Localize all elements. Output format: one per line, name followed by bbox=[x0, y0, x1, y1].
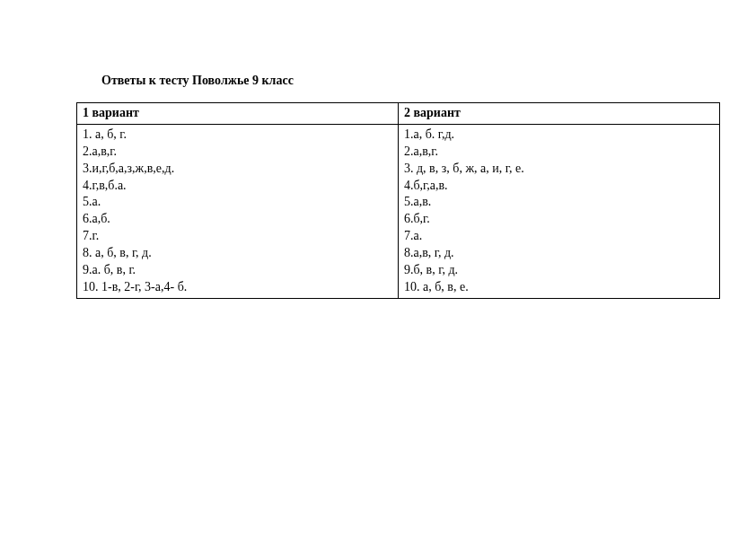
table-body-row: 1. а, б, г. 2.а,в,г. 3.и,г,б,а,з,ж,в,е,д… bbox=[77, 124, 720, 298]
answers-cell-variant-1: 1. а, б, г. 2.а,в,г. 3.и,г,б,а,з,ж,в,е,д… bbox=[77, 124, 399, 298]
answer-line: 10. 1-в, 2-г, 3-а,4- б. bbox=[83, 279, 394, 296]
document-title: Ответы к тесту Поволжье 9 класс bbox=[101, 74, 720, 88]
answer-line: 1. а, б, г. bbox=[83, 127, 394, 144]
answer-line: 6.а,б. bbox=[83, 211, 394, 228]
answers-table: 1 вариант 2 вариант 1. а, б, г. 2.а,в,г.… bbox=[76, 102, 720, 299]
answer-line: 3.и,г,б,а,з,ж,в,е,д. bbox=[83, 161, 394, 178]
answers-cell-variant-2: 1.а, б. г,д. 2.а,в,г. 3. д, в, з, б, ж, … bbox=[399, 124, 720, 298]
answer-line: 9.б, в, г, д. bbox=[404, 262, 716, 279]
answer-line: 7.г. bbox=[83, 228, 394, 245]
answer-line: 4.б,г,а,в. bbox=[404, 178, 716, 195]
answer-line: 10. а, б, в, е. bbox=[404, 279, 716, 296]
answer-line: 8.а,в, г, д. bbox=[404, 245, 716, 262]
column-header-1: 1 вариант bbox=[77, 103, 399, 125]
answer-line: 9.а. б, в, г. bbox=[83, 262, 394, 279]
answer-line: 6.б,г. bbox=[404, 211, 716, 228]
answer-line: 8. а, б, в, г, д. bbox=[83, 245, 394, 262]
answer-line: 4.г,в,б.а. bbox=[83, 178, 394, 195]
answer-line: 3. д, в, з, б, ж, а, и, г, е. bbox=[404, 161, 716, 178]
table-header-row: 1 вариант 2 вариант bbox=[77, 103, 720, 125]
column-header-2: 2 вариант bbox=[399, 103, 720, 125]
answer-line: 5.а. bbox=[83, 194, 394, 211]
answer-line: 2.а,в,г. bbox=[83, 144, 394, 161]
answer-line: 7.а. bbox=[404, 228, 716, 245]
answer-line: 2.а,в,г. bbox=[404, 144, 716, 161]
answer-line: 5.а,в. bbox=[404, 194, 716, 211]
answer-line: 1.а, б. г,д. bbox=[404, 127, 716, 144]
